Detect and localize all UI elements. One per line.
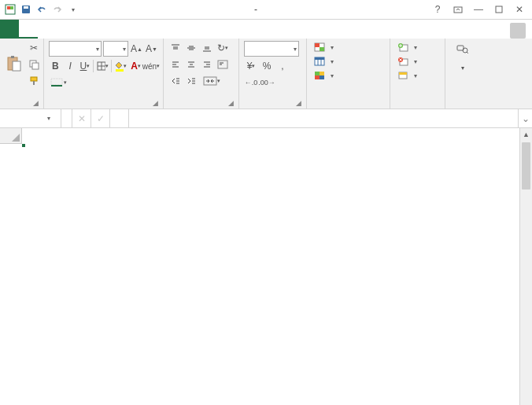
- cells-area[interactable]: [22, 144, 519, 405]
- svg-rect-4: [24, 6, 28, 9]
- svg-rect-49: [315, 57, 324, 60]
- svg-rect-8: [11, 56, 14, 58]
- group-clipboard: ✂ ◢: [0, 39, 44, 109]
- minimize-icon[interactable]: —: [472, 3, 485, 16]
- currency-icon[interactable]: ¥▾: [244, 59, 258, 73]
- select-all-button[interactable]: [0, 128, 22, 144]
- vertical-scrollbar[interactable]: ▲ ▼: [519, 128, 532, 405]
- insert-cells-button[interactable]: ▾: [395, 41, 440, 53]
- cell-styles-button[interactable]: ▾: [312, 69, 385, 82]
- cancel-formula-icon[interactable]: ✕: [72, 109, 91, 127]
- tab-insert[interactable]: [38, 20, 57, 39]
- help-icon[interactable]: ?: [431, 3, 444, 16]
- number-format-combo[interactable]: ▾: [244, 41, 299, 57]
- comma-icon[interactable]: ,: [275, 59, 290, 73]
- underline-icon[interactable]: U▾: [79, 59, 92, 73]
- fill-color-icon[interactable]: ▾: [113, 59, 127, 73]
- increase-decimal-icon[interactable]: ←.0: [244, 75, 258, 90]
- phonetic-icon[interactable]: wén▾: [144, 59, 158, 73]
- svg-rect-2: [10, 6, 13, 9]
- enter-formula-icon[interactable]: ✓: [91, 109, 110, 127]
- border-icon[interactable]: ▾: [95, 59, 109, 73]
- svg-rect-1: [7, 6, 10, 9]
- align-center-icon[interactable]: [184, 57, 198, 72]
- expand-formula-bar-icon[interactable]: ⌄: [518, 109, 532, 127]
- qat-customize-icon[interactable]: ▾: [66, 2, 80, 17]
- font-color-icon[interactable]: A▾: [129, 59, 142, 73]
- find-icon[interactable]: [454, 41, 471, 58]
- svg-rect-44: [204, 77, 216, 85]
- tab-view[interactable]: [132, 20, 151, 39]
- copy-icon[interactable]: [27, 57, 41, 72]
- tab-home[interactable]: [19, 20, 38, 39]
- align-top-icon[interactable]: [168, 41, 183, 55]
- tab-file[interactable]: [0, 20, 19, 39]
- tab-data[interactable]: [94, 20, 113, 39]
- increase-font-icon[interactable]: A▲: [130, 42, 143, 56]
- group-alignment: ↻▾ ▾ ◢: [164, 39, 239, 109]
- percent-icon[interactable]: %: [260, 59, 274, 73]
- decrease-indent-icon[interactable]: [168, 74, 183, 88]
- tab-formulas[interactable]: [76, 20, 94, 39]
- italic-icon[interactable]: I: [64, 59, 77, 73]
- close-icon[interactable]: ✕: [513, 3, 526, 16]
- excel-icon[interactable]: [3, 2, 17, 17]
- editing-more-icon[interactable]: ▾: [456, 61, 470, 75]
- chevron-down-icon: ▾: [292, 46, 297, 53]
- cell-styles-icon: [313, 70, 326, 81]
- name-box-input[interactable]: [3, 113, 47, 124]
- format-as-table-button[interactable]: ▾: [312, 55, 385, 68]
- font-name-combo[interactable]: ▾: [49, 41, 102, 57]
- name-box[interactable]: ▾: [0, 109, 61, 127]
- decrease-font-icon[interactable]: A▼: [145, 42, 158, 56]
- svg-rect-16: [116, 69, 124, 72]
- avatar-icon[interactable]: [510, 23, 526, 39]
- svg-rect-5: [454, 7, 462, 13]
- ribbon-options-icon[interactable]: [452, 3, 464, 16]
- group-number: ▾ ¥▾ % , ←.0 .00→ ◢: [239, 39, 307, 109]
- bold-icon[interactable]: B: [49, 59, 62, 73]
- table-format-icon: [313, 56, 326, 67]
- tab-review[interactable]: [113, 20, 132, 39]
- clipboard-launcher-icon[interactable]: ◢: [33, 99, 39, 107]
- font-launcher-icon[interactable]: ◢: [153, 99, 158, 107]
- svg-rect-61: [399, 72, 407, 75]
- align-middle-icon[interactable]: [184, 41, 198, 55]
- merge-cells-icon[interactable]: ▾: [200, 74, 224, 88]
- save-icon[interactable]: [19, 2, 33, 17]
- svg-rect-55: [320, 75, 324, 79]
- font-size-combo[interactable]: ▾: [103, 41, 128, 57]
- alignment-launcher-icon[interactable]: ◢: [228, 99, 234, 107]
- align-left-icon[interactable]: [168, 57, 183, 72]
- name-box-dropdown-icon[interactable]: ▾: [47, 115, 50, 122]
- formula-input[interactable]: [129, 109, 518, 127]
- maximize-icon[interactable]: [493, 3, 505, 16]
- scroll-up-icon[interactable]: ▲: [520, 128, 532, 141]
- undo-icon[interactable]: [35, 2, 49, 17]
- delete-cells-button[interactable]: ▾: [395, 55, 440, 68]
- border-bottom-icon[interactable]: ▾: [49, 75, 68, 90]
- svg-rect-46: [315, 43, 320, 47]
- tab-page-layout[interactable]: [57, 20, 76, 39]
- cut-icon[interactable]: ✂: [27, 41, 41, 55]
- chevron-down-icon: ▾: [94, 46, 99, 53]
- group-editing: ▾: [445, 39, 480, 109]
- number-launcher-icon[interactable]: ◢: [296, 99, 301, 107]
- title-sep: -: [254, 4, 257, 15]
- format-painter-icon[interactable]: [27, 74, 41, 88]
- svg-rect-47: [320, 47, 324, 51]
- worksheet-grid: ▲ ▼: [0, 128, 532, 405]
- format-cells-button[interactable]: ▾: [395, 69, 440, 82]
- align-right-icon[interactable]: [200, 57, 214, 72]
- align-bottom-icon[interactable]: [200, 41, 214, 55]
- paste-button[interactable]: [5, 41, 24, 88]
- wrap-text-icon[interactable]: [216, 57, 230, 72]
- scrollbar-thumb[interactable]: [522, 142, 530, 190]
- redo-icon[interactable]: [50, 2, 65, 17]
- orientation-icon[interactable]: ↻▾: [216, 41, 230, 55]
- increase-indent-icon[interactable]: [184, 74, 198, 88]
- fx-icon[interactable]: [110, 109, 129, 127]
- decrease-decimal-icon[interactable]: .00→: [260, 75, 274, 90]
- conditional-format-button[interactable]: ▾: [312, 41, 385, 53]
- group-font: ▾ ▾ A▲ A▼ B I U▾ ▾ ▾: [44, 39, 164, 109]
